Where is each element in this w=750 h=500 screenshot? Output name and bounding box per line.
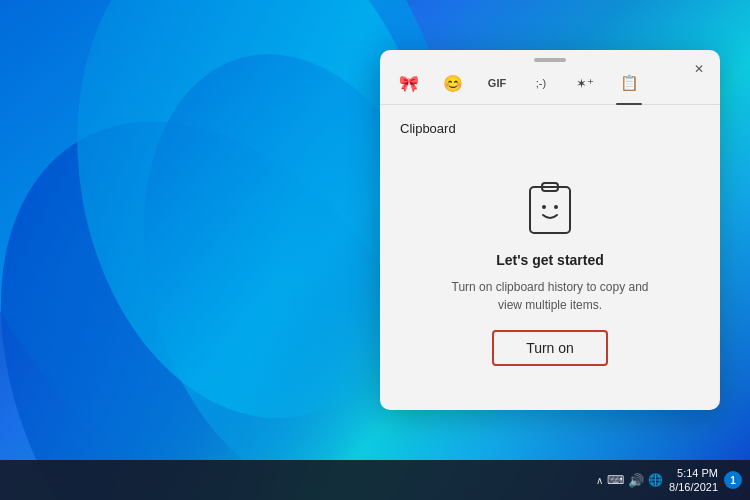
taskbar: ∧ ⌨ 🔊 🌐 5:14 PM 8/16/2021 1 [0,460,750,500]
taskbar-chevron-icon[interactable]: ∧ [596,475,603,486]
clipboard-icon-wrap [515,172,585,242]
tab-stickers[interactable]: 🎀 [396,70,422,96]
svg-point-3 [554,205,558,209]
drag-handle [534,58,566,62]
taskbar-network-icon[interactable]: 🌐 [648,473,663,487]
svg-point-2 [542,205,546,209]
clipboard-panel: ✕ 🎀 😊 GIF ;-) ✶⁺ 📋 Clipboard [380,50,720,410]
tab-emoji[interactable]: 😊 [440,70,466,96]
content-description: Turn on clipboard history to copy and vi… [450,278,650,314]
tabs-row: 🎀 😊 GIF ;-) ✶⁺ 📋 [380,66,720,105]
taskbar-volume-icon[interactable]: 🔊 [628,473,644,488]
tab-gif[interactable]: GIF [484,70,510,96]
taskbar-notification-badge[interactable]: 1 [724,471,742,489]
taskbar-system-icons: ∧ ⌨ 🔊 🌐 [596,473,663,488]
tab-symbols[interactable]: ✶⁺ [572,70,598,96]
panel-content: Let's get started Turn on clipboard hist… [400,148,700,390]
section-title: Clipboard [400,121,456,136]
taskbar-right: ∧ ⌨ 🔊 🌐 5:14 PM 8/16/2021 1 [596,466,742,495]
content-title: Let's get started [496,252,604,268]
tab-clipboard[interactable]: 📋 [616,70,642,96]
taskbar-clock[interactable]: 5:14 PM 8/16/2021 [669,466,718,495]
taskbar-keyboard-icon[interactable]: ⌨ [607,473,624,487]
turn-on-button[interactable]: Turn on [492,330,608,366]
svg-rect-0 [530,187,570,233]
taskbar-time-value: 5:14 PM [669,466,718,480]
taskbar-date-value: 8/16/2021 [669,480,718,494]
clipboard-face-icon [520,177,580,237]
panel-header: ✕ [380,50,720,66]
tab-kaomoji[interactable]: ;-) [528,70,554,96]
close-button[interactable]: ✕ [688,58,710,80]
panel-body: Clipboard Let's get started Turn on clip… [380,105,720,410]
